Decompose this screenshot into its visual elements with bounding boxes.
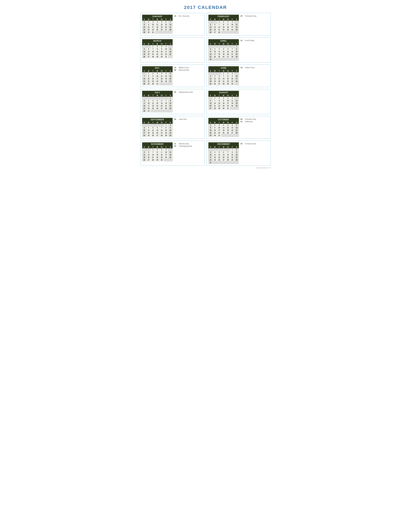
day-cell: 28 (213, 107, 217, 110)
day-cell: 23 (159, 156, 164, 159)
holidays-col-september: 04Labor Day (174, 118, 202, 121)
day-cell: 31 (151, 31, 155, 34)
day-cell: 16 (230, 77, 234, 80)
day-cell: 23 (230, 80, 234, 83)
day-header-f: F (164, 146, 168, 149)
day-header-t: T (217, 146, 222, 149)
day-cell: 23 (222, 105, 226, 107)
holiday-entry: 14Mother's Day (174, 66, 202, 68)
calendar-table-october: OCTOBERSMTWThFS1234567891011121314151617… (208, 118, 239, 137)
month-name-april: APRIL (208, 39, 239, 43)
day-cell (213, 45, 217, 48)
holiday-entry: 18Father's Day (241, 66, 269, 68)
day-cell: 19 (155, 105, 159, 107)
day-cell: 22 (164, 132, 168, 134)
day-cell (142, 45, 147, 48)
day-cell: 13 (222, 154, 226, 156)
day-header-f: F (230, 94, 234, 97)
day-cell (217, 149, 222, 151)
day-cell (226, 134, 230, 137)
day-cell: 26 (164, 80, 168, 83)
day-cell (151, 97, 155, 99)
day-cell: 15 (142, 26, 147, 28)
day-cell: 1 (222, 72, 226, 75)
day-header-s: S (208, 121, 213, 124)
day-cell (226, 58, 230, 61)
day-cell: 10 (164, 48, 168, 50)
day-cell: 26 (151, 134, 155, 137)
day-cell: 27 (230, 132, 234, 134)
day-cell: 13 (147, 50, 151, 53)
day-cell: 12 (213, 77, 217, 80)
day-cell: 23 (151, 80, 155, 83)
day-header-t: T (151, 146, 155, 149)
day-cell: 5 (164, 72, 168, 75)
day-header-f: F (164, 43, 168, 45)
day-cell (208, 149, 213, 151)
day-cell: 8 (164, 127, 168, 129)
day-header-s: S (168, 121, 173, 124)
day-cell: 13 (155, 129, 159, 132)
day-cell (222, 161, 226, 164)
day-cell: 13 (213, 26, 217, 28)
month-card-september: SEPTEMBERSMTWThFS12345678910111213141516… (140, 116, 205, 139)
day-cell: 8 (222, 23, 226, 26)
day-cell: 6 (164, 21, 168, 23)
day-cell: 21 (222, 80, 226, 83)
day-cell: 12 (151, 129, 155, 132)
day-header-s: S (168, 146, 173, 149)
day-cell: 2 (217, 97, 222, 99)
page-title: 2017 CALENDAR (140, 5, 271, 10)
day-cell: 11 (222, 127, 226, 129)
holiday-name: Veterans Day (179, 143, 189, 145)
day-cell: 18 (151, 105, 155, 107)
day-cell: 4 (208, 75, 213, 77)
day-cell (217, 58, 222, 61)
day-cell: 19 (226, 129, 230, 132)
day-cell: 30 (142, 110, 147, 112)
holiday-name: Presidents Day (245, 15, 256, 17)
day-cell: 27 (222, 159, 226, 161)
day-cell (230, 107, 234, 110)
day-cell: 3 (213, 48, 217, 50)
day-cell: 22 (155, 156, 159, 159)
day-cell: 10 (147, 102, 151, 105)
day-cell: 19 (217, 156, 222, 159)
day-cell: 6 (226, 48, 230, 50)
day-cell: 26 (159, 28, 164, 31)
holiday-entry: 04Labor Day (174, 118, 202, 120)
day-header-th: Th (159, 70, 164, 72)
day-header-s: S (234, 146, 239, 149)
day-cell: 5 (217, 151, 222, 154)
day-cell: 31 (217, 134, 222, 137)
day-cell: 29 (168, 107, 173, 110)
day-cell: 20 (147, 156, 151, 159)
day-cell: 8 (226, 75, 230, 77)
day-cell: 28 (222, 83, 226, 85)
day-cell (164, 97, 168, 99)
day-cell: 8 (147, 75, 151, 77)
day-cell: 20 (222, 156, 226, 159)
day-header-m: M (213, 18, 217, 21)
day-cell: 8 (208, 127, 213, 129)
day-header-f: F (164, 70, 168, 72)
day-cell: 18 (147, 132, 151, 134)
day-cell: 5 (142, 48, 147, 50)
day-cell: 5 (155, 99, 159, 102)
day-cell: 28 (226, 159, 230, 161)
day-cell: 24 (217, 132, 222, 134)
day-cell: 13 (164, 23, 168, 26)
day-cell (142, 97, 147, 99)
day-cell: 27 (168, 80, 173, 83)
day-cell: 23 (226, 28, 230, 31)
holiday-day: 16 (174, 15, 178, 17)
day-cell (213, 72, 217, 75)
day-cell (147, 45, 151, 48)
day-cell: 4 (164, 45, 168, 48)
day-cell: 25 (147, 134, 151, 137)
day-cell: 4 (159, 72, 164, 75)
holidays-col-april: 14Good Friday (241, 39, 269, 42)
day-cell: 25 (230, 105, 234, 107)
day-cell: 9 (159, 151, 164, 154)
day-cell: 31 (208, 161, 213, 164)
